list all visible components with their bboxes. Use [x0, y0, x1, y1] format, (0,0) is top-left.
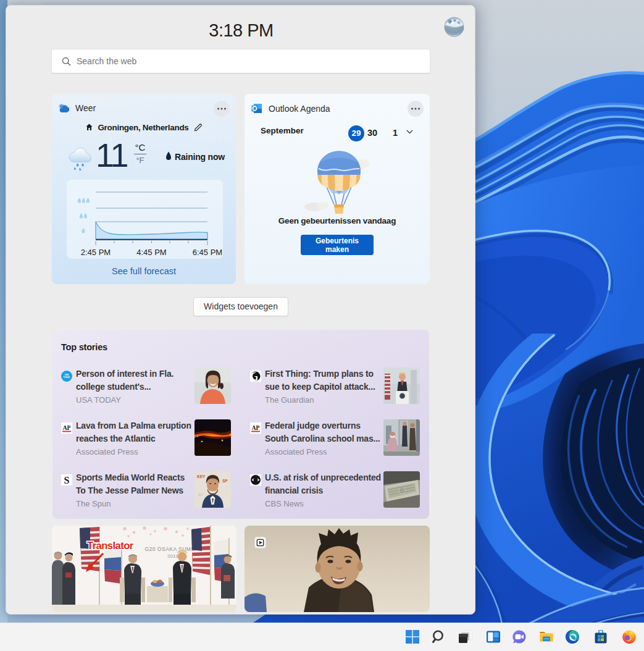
svg-text:RY: RY [198, 493, 203, 497]
svg-text:6:45 PM: 6:45 PM [193, 248, 222, 257]
svg-text:4:45 PM: 4:45 PM [136, 248, 166, 257]
svg-text:KEY: KEY [197, 474, 206, 479]
svg-text:2019: 2019 [167, 553, 178, 559]
svg-text:SP: SP [222, 479, 228, 483]
svg-text:Translator: Translator [87, 540, 134, 551]
svg-text:S: S [64, 475, 70, 485]
svg-text:2:45 PM: 2:45 PM [81, 248, 111, 257]
svg-text:AP: AP [63, 425, 71, 431]
svg-text:AP: AP [252, 425, 260, 431]
svg-text:TODAY: TODAY [64, 376, 71, 379]
